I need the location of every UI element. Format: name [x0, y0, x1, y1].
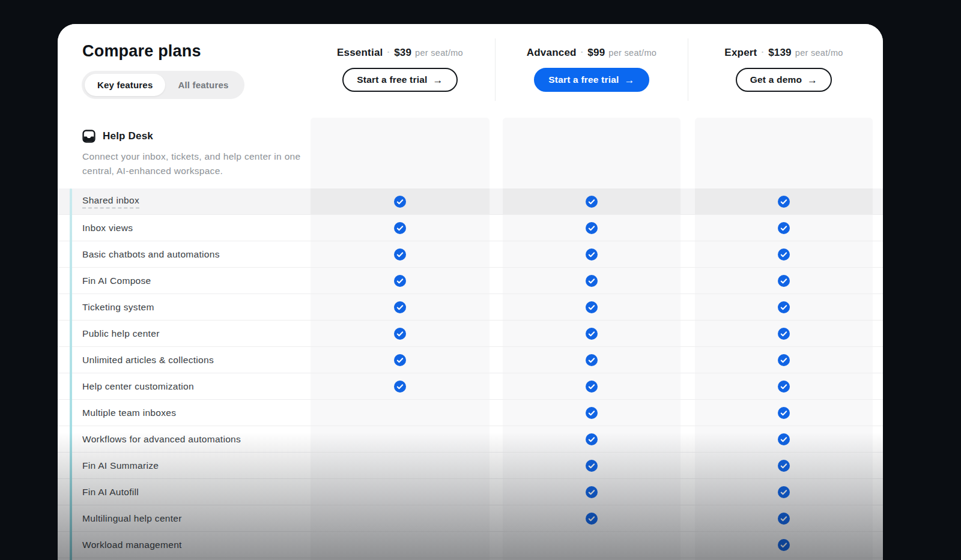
plan-cell-expert [695, 215, 873, 241]
check-icon [778, 196, 790, 208]
page-title: Compare plans [82, 42, 201, 61]
check-icon [778, 513, 790, 525]
check-icon [586, 486, 598, 498]
feature-row[interactable]: Unlimited articles & collections [58, 347, 883, 373]
section-description: Connect your inbox, tickets, and help ce… [82, 149, 306, 179]
arrow-right-icon: → [625, 75, 635, 85]
feature-row[interactable]: Inbox views [58, 215, 883, 241]
toggle-key-features[interactable]: Key features [85, 74, 165, 96]
get-a-demo-button-expert[interactable]: Get a demo → [736, 68, 832, 92]
check-icon [394, 301, 406, 313]
check-icon [586, 513, 598, 525]
check-icon [778, 222, 790, 234]
plan-cell-expert [695, 505, 873, 531]
check-icon [394, 354, 406, 366]
check-icon [778, 539, 790, 551]
plan-cell-expert [695, 532, 873, 558]
arrow-right-icon: → [807, 75, 817, 85]
plan-cell-essential [311, 453, 490, 478]
check-icon [778, 301, 790, 313]
feature-row[interactable]: Multilingual help center [58, 505, 883, 532]
dot-separator-icon: · [761, 47, 764, 57]
check-icon [586, 328, 598, 340]
plan-cell-essential [311, 268, 490, 294]
check-icon [394, 222, 406, 234]
check-icon [778, 354, 790, 366]
feature-row[interactable]: Ticketing system [58, 294, 883, 321]
plan-cell-expert [695, 347, 873, 373]
plan-cell-expert [695, 294, 873, 320]
check-icon [586, 222, 598, 234]
plan-cell-advanced [503, 479, 681, 505]
start-free-trial-button-essential[interactable]: Start a free trial → [342, 68, 458, 92]
plan-cell-expert [695, 426, 873, 452]
plan-cell-essential [311, 373, 490, 399]
check-icon [586, 248, 598, 260]
plan-cell-advanced [503, 215, 681, 241]
plan-name: Essential [337, 47, 383, 58]
feature-row[interactable]: Multiple team inboxes [58, 400, 883, 426]
section-header-help-desk: Help Desk Connect your inbox, tickets, a… [58, 118, 883, 188]
check-icon [394, 248, 406, 260]
scroll-indicator[interactable] [70, 188, 72, 560]
plan-cell-expert [695, 321, 873, 346]
feature-label[interactable]: Shared inbox [82, 194, 139, 208]
check-icon [778, 248, 790, 260]
feature-label: Fin AI Autofill [82, 487, 139, 498]
feature-row[interactable]: Public help center [58, 321, 883, 347]
check-icon [778, 460, 790, 472]
feature-label: Multilingual help center [82, 513, 182, 524]
column-divider [688, 38, 688, 101]
start-free-trial-button-advanced[interactable]: Start a free trial → [534, 68, 649, 92]
check-icon [586, 381, 598, 393]
check-icon [778, 381, 790, 393]
plan-cell-essential [311, 294, 490, 320]
feature-label: Multiple team inboxes [82, 408, 176, 418]
section-title: Help Desk [103, 130, 153, 142]
plan-cell-advanced [503, 347, 681, 373]
plan-name: Advanced [527, 47, 577, 58]
feature-row[interactable]: Shared inbox [58, 188, 883, 215]
plan-cell-advanced [503, 532, 681, 558]
feature-rows: Shared inboxInbox viewsBasic chatbots an… [58, 188, 883, 558]
features-toggle: Key features All features [82, 71, 244, 99]
check-icon [778, 407, 790, 419]
check-icon [586, 196, 598, 208]
check-icon [394, 196, 406, 208]
dot-separator-icon: · [387, 47, 390, 57]
arrow-right-icon: → [433, 75, 443, 85]
column-divider [495, 38, 496, 101]
feature-row[interactable]: Fin AI Autofill [58, 479, 883, 505]
plan-cell-advanced [503, 268, 681, 294]
plan-cell-advanced [503, 373, 681, 399]
plan-cell-advanced [503, 505, 681, 531]
plan-cell-expert [695, 188, 873, 214]
plan-column-expert: Expert·$139per seat/mo Get a demo → [695, 24, 873, 92]
feature-label: Inbox views [82, 223, 133, 233]
check-icon [586, 460, 598, 472]
plan-cell-advanced [503, 453, 681, 478]
check-icon [778, 486, 790, 498]
feature-label: Public help center [82, 328, 160, 339]
plan-cell-expert [695, 453, 873, 478]
check-icon [778, 328, 790, 340]
feature-row[interactable]: Fin AI Summarize [58, 453, 883, 479]
check-icon [586, 301, 598, 313]
plan-cell-advanced [503, 188, 681, 214]
card-header: Compare plans Key features All features … [58, 24, 883, 118]
check-icon [778, 433, 790, 445]
feature-row[interactable]: Help center customization [58, 373, 883, 400]
plan-column-advanced: Advanced·$99per seat/mo Start a free tri… [503, 24, 681, 92]
plan-cell-essential [311, 215, 490, 241]
plan-cell-essential [311, 505, 490, 531]
feature-row[interactable]: Basic chatbots and automations [58, 241, 883, 268]
check-icon [778, 275, 790, 287]
feature-row[interactable]: Workflows for advanced automations [58, 426, 883, 453]
feature-row[interactable]: Fin AI Compose [58, 268, 883, 294]
plan-cell-essential [311, 188, 490, 214]
feature-label: Fin AI Summarize [82, 460, 159, 471]
toggle-all-features[interactable]: All features [165, 74, 241, 96]
feature-row[interactable]: Workload management [58, 532, 883, 558]
plan-period: per seat/mo [415, 48, 463, 58]
feature-label: Workflows for advanced automations [82, 434, 241, 445]
